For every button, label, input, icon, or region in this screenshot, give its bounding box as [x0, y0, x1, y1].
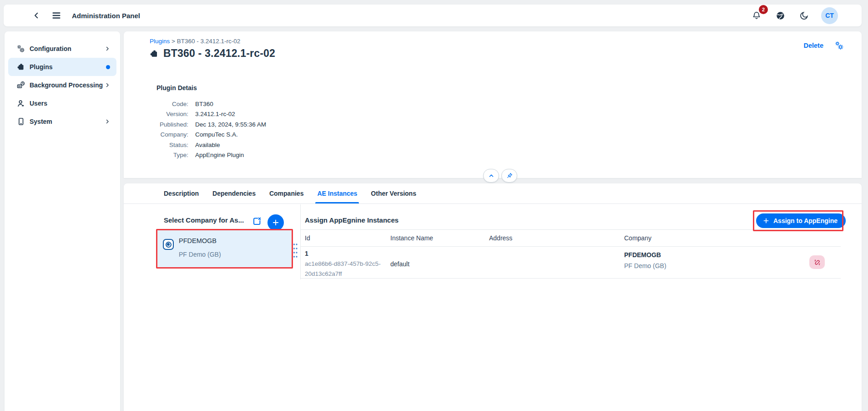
menu-button[interactable] — [50, 9, 63, 22]
device-icon — [16, 117, 25, 126]
breadcrumb-current: BT360 - 3.2412.1-rc-02 — [177, 38, 241, 45]
column-header-company: Company — [624, 234, 651, 242]
notification-badge: 2 — [759, 5, 768, 14]
plugin-header-card: Plugins > BT360 - 3.2412.1-rc-02 BT360 -… — [124, 31, 862, 178]
plugin-tabs-card: Description Dependencies Companies AE In… — [124, 183, 862, 411]
sidebar-item-label: Configuration — [30, 45, 71, 52]
detail-row-published: Published: Dec 13, 2024, 9:55:36 AM — [156, 120, 266, 130]
assign-button-label: Assign to AppEngine — [773, 217, 838, 224]
breadcrumb-separator: > — [172, 38, 175, 45]
settings-gears-icon[interactable] — [834, 41, 844, 51]
chevron-right-icon — [105, 46, 110, 51]
cell-uuid: ac1e86b6-d837-457b-92c5-20d13c62a7ff — [305, 259, 395, 279]
breadcrumb: Plugins > BT360 - 3.2412.1-rc-02 — [150, 38, 240, 45]
cell-company-code: PFDEMOGB — [624, 251, 661, 259]
column-header-id: Id — [305, 234, 310, 242]
select-company-heading: Select Company for As... — [164, 216, 244, 224]
user-icon — [16, 99, 25, 108]
cell-company-name: PF Demo (GB) — [624, 262, 666, 269]
cell-instance-name: default — [390, 260, 409, 268]
sidebar-item-system[interactable]: System — [8, 112, 116, 131]
column-header-instance-name: Instance Name — [390, 234, 433, 242]
sidebar-item-label: Background Processing — [30, 81, 103, 89]
gears-icon — [16, 44, 25, 53]
avatar[interactable]: CT — [821, 7, 838, 24]
plugin-details-heading: Plugin Detais — [156, 84, 266, 91]
cell-id: 1 — [305, 250, 308, 257]
panel-divider — [300, 204, 301, 279]
page-title-row: BT360 - 3.2412.1-rc-02 — [149, 47, 275, 60]
globe-icon — [775, 10, 786, 21]
moon-icon — [799, 11, 809, 20]
collapse-header-button[interactable] — [483, 169, 499, 183]
company-name: PF Demo (GB) — [179, 251, 221, 258]
sidebar-item-label: Users — [30, 100, 47, 107]
tab-description[interactable]: Description — [164, 183, 199, 203]
header-toggle-pills — [483, 169, 517, 183]
tab-other-versions[interactable]: Other Versions — [371, 183, 416, 203]
chevron-right-icon — [105, 82, 110, 88]
unassign-instance-button[interactable] — [809, 255, 825, 269]
back-chevron-icon — [32, 11, 40, 20]
notifications-button[interactable]: 2 — [750, 9, 763, 22]
table-row-border — [301, 278, 841, 279]
menu-icon — [51, 10, 61, 20]
detail-row-company: Company: CompuTec S.A. — [156, 130, 266, 140]
tab-companies[interactable]: Companies — [269, 183, 303, 203]
pin-icon — [506, 172, 513, 179]
company-list-item-pfdemogb[interactable]: PFDEMOGB PF Demo (GB) — [157, 230, 292, 267]
detail-row-type: Type: AppEngine Plugin — [156, 150, 266, 160]
tab-ae-instances[interactable]: AE Instances — [317, 183, 357, 203]
sidebar-item-background-processing[interactable]: Background Processing — [8, 76, 116, 94]
assign-to-appengine-button[interactable]: Assign to AppEngine — [756, 213, 846, 228]
main-content: Plugins > BT360 - 3.2412.1-rc-02 BT360 -… — [124, 31, 862, 411]
detail-row-status: Status: Available — [156, 140, 266, 150]
pin-header-button[interactable] — [501, 169, 517, 183]
language-button[interactable] — [774, 9, 787, 22]
sidebar-item-users[interactable]: Users — [8, 94, 116, 112]
collapse-chevron-up-icon — [488, 173, 495, 179]
puzzle-icon — [149, 49, 159, 59]
plugin-details-rows: Code: BT360 Version: 3.2412.1-rc-02 Publ… — [156, 99, 266, 160]
active-dot-badge — [106, 65, 110, 69]
breadcrumb-plugins-link[interactable]: Plugins — [150, 38, 170, 45]
sidebar: Configuration Plugins Background Proces — [5, 31, 120, 411]
chevron-right-icon — [105, 119, 110, 124]
detail-row-version: Version: 3.2412.1-rc-02 — [156, 109, 266, 119]
plus-icon — [762, 217, 770, 224]
page-actions: Delete — [803, 41, 844, 51]
deselect-icon[interactable] — [252, 216, 262, 227]
sidebar-item-label: System — [30, 118, 52, 125]
add-company-button[interactable] — [267, 214, 284, 231]
delete-button[interactable]: Delete — [803, 42, 823, 49]
table-header-border — [301, 246, 841, 247]
column-header-address: Address — [489, 234, 512, 242]
drag-handle-icon[interactable] — [293, 243, 298, 259]
sidebar-item-label: Plugins — [30, 63, 53, 71]
unlink-icon — [813, 259, 821, 266]
radio-selected-icon[interactable] — [163, 239, 174, 250]
detail-row-code: Code: BT360 — [156, 99, 266, 109]
puzzle-icon — [16, 62, 25, 71]
tab-bar: Description Dependencies Companies AE In… — [124, 183, 862, 204]
topbar: Administration Panel 2 CT — [4, 5, 862, 26]
plugin-details: Plugin Detais Code: BT360 Version: 3.241… — [156, 84, 266, 160]
back-button[interactable] — [30, 9, 43, 22]
administration-panel-screen: Administration Panel 2 CT — [0, 0, 868, 411]
sidebar-item-plugins[interactable]: Plugins — [8, 58, 116, 76]
section-divider — [301, 229, 841, 230]
sidebar-item-configuration[interactable]: Configuration — [8, 40, 116, 58]
assign-instances-heading: Assign AppEgnine Instances — [305, 216, 399, 224]
topbar-actions: 2 CT — [750, 7, 862, 24]
background-process-icon — [16, 81, 25, 90]
dark-mode-button[interactable] — [797, 9, 810, 22]
plus-icon — [272, 218, 280, 227]
page-title: BT360 - 3.2412.1-rc-02 — [163, 47, 275, 60]
company-code: PFDEMOGB — [179, 237, 217, 244]
app-title: Administration Panel — [72, 12, 140, 20]
tab-dependencies[interactable]: Dependencies — [212, 183, 256, 203]
